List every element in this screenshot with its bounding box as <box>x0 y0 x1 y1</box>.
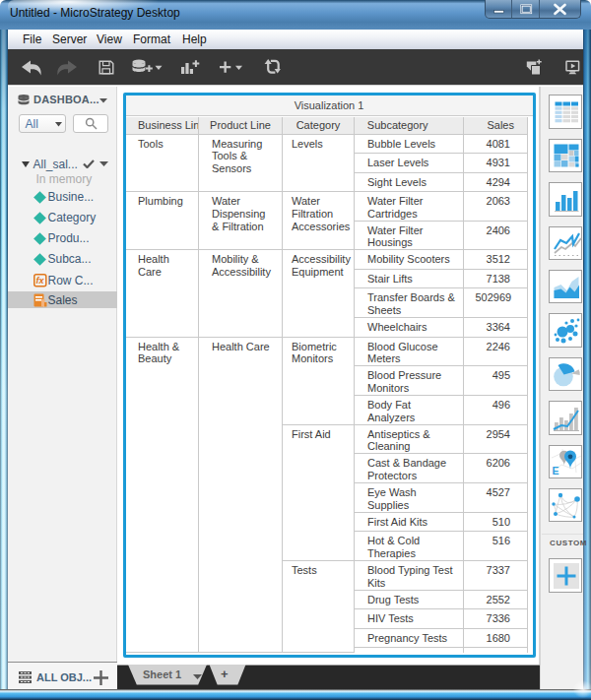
svg-text:E: E <box>552 465 558 477</box>
svg-text:fx: fx <box>36 276 45 286</box>
